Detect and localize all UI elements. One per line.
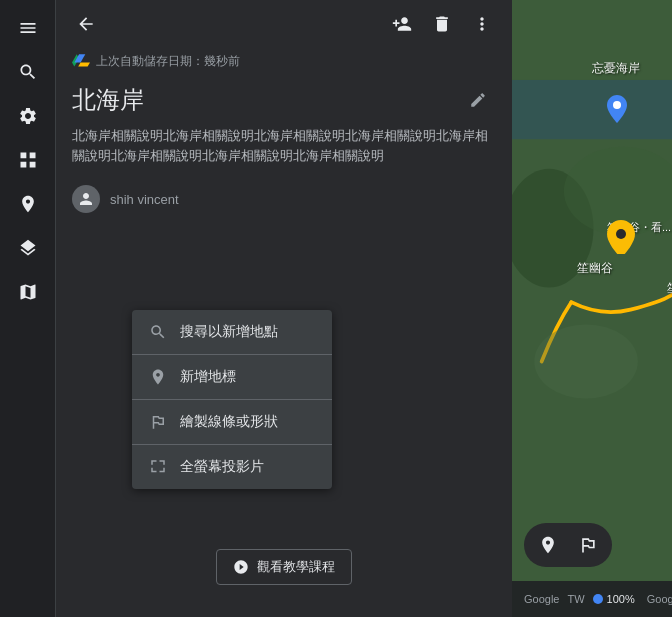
zoom-text: 100% xyxy=(607,593,635,605)
dropdown-item-add-marker[interactable]: 新增地標 xyxy=(132,355,332,399)
sidebar-item-settings[interactable] xyxy=(8,96,48,136)
map-floating-buttons xyxy=(524,523,612,567)
dropdown-label-draw-line: 繪製線條或形狀 xyxy=(180,413,278,431)
map-brand: Google xyxy=(524,593,559,605)
description: 北海岸相關說明北海岸相關說明北海岸相關說明北海岸相關說明北海岸相關說明北海岸相關… xyxy=(56,126,512,181)
dropdown-label-fullscreen: 全螢幕投影片 xyxy=(180,458,264,476)
dropdown-label-add-marker: 新增地標 xyxy=(180,368,236,386)
author-row: shih vincent xyxy=(56,181,512,229)
map-bottom-bar: Google TW 100% Googl xyxy=(512,581,672,617)
dropdown-menu: 搜尋以新增地點 新增地標 繪製線條或形狀 全螢幕投影片 ← xyxy=(132,310,332,489)
sidebar-item-layers[interactable] xyxy=(8,228,48,268)
dropdown-label-search-add: 搜尋以新增地點 xyxy=(180,323,278,341)
autosave-text: 上次自動儲存日期：幾秒前 xyxy=(96,53,240,70)
drive-icon xyxy=(72,52,90,70)
edit-title-button[interactable] xyxy=(460,82,496,118)
back-button[interactable] xyxy=(68,6,104,42)
dropdown-item-search-add[interactable]: 搜尋以新增地點 xyxy=(132,310,332,354)
map-polyline-button[interactable] xyxy=(568,525,608,565)
header-actions xyxy=(384,6,500,42)
title-area: 北海岸 xyxy=(56,78,512,126)
map-label-valley2: 笙幽谷 xyxy=(577,260,613,277)
tutorial-button-wrapper: 觀看教學課程 xyxy=(56,533,512,601)
map-label-valley3: 笙 xyxy=(667,280,672,297)
svg-rect-3 xyxy=(512,80,672,139)
zoom-circle xyxy=(593,594,603,604)
svg-point-2 xyxy=(534,324,638,398)
map-pin-yellow[interactable] xyxy=(607,220,635,254)
dropdown-item-fullscreen[interactable]: 全螢幕投影片 ← xyxy=(132,445,332,489)
map-zoom-indicator: 100% xyxy=(593,593,635,605)
draw-line-icon xyxy=(148,412,168,432)
panel-header xyxy=(56,0,512,48)
map-location-button[interactable] xyxy=(528,525,568,565)
svg-point-5 xyxy=(616,229,626,239)
svg-point-4 xyxy=(613,101,621,109)
autosave-bar: 上次自動儲存日期：幾秒前 xyxy=(56,48,512,78)
avatar xyxy=(72,185,100,213)
search-add-icon xyxy=(148,322,168,342)
delete-button[interactable] xyxy=(424,6,460,42)
map-region: TW xyxy=(567,593,584,605)
add-person-button[interactable] xyxy=(384,6,420,42)
map-area[interactable]: 忘憂海岸 笙幽谷・看... 笙幽谷 笙 Google TW 100% Googl xyxy=(512,0,672,617)
sidebar-item-ruler[interactable] xyxy=(8,272,48,312)
map-pin-blue[interactable] xyxy=(607,95,627,123)
panel-title: 北海岸 xyxy=(72,84,460,116)
dropdown-item-draw-line[interactable]: 繪製線條或形狀 xyxy=(132,400,332,444)
tutorial-button-label: 觀看教學課程 xyxy=(257,558,335,576)
sidebar xyxy=(0,0,56,617)
more-options-button[interactable] xyxy=(464,6,500,42)
sidebar-item-grid[interactable] xyxy=(8,140,48,180)
sidebar-item-location[interactable] xyxy=(8,184,48,224)
main-panel: 上次自動儲存日期：幾秒前 北海岸 北海岸相關說明北海岸相關說明北海岸相關說明北海… xyxy=(56,0,512,617)
tutorial-button[interactable]: 觀看教學課程 xyxy=(216,549,352,585)
add-marker-icon xyxy=(148,367,168,387)
map-label-coast: 忘憂海岸 xyxy=(592,60,640,77)
sidebar-item-search[interactable] xyxy=(8,52,48,92)
sidebar-item-menu[interactable] xyxy=(8,8,48,48)
author-name: shih vincent xyxy=(110,192,179,207)
map-extra: Googl xyxy=(647,593,672,605)
fullscreen-icon xyxy=(148,457,168,477)
